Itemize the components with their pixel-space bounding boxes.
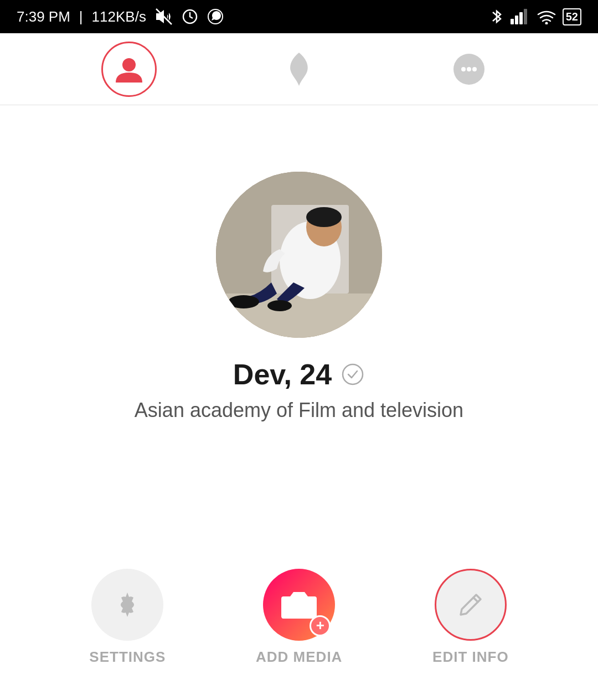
svg-line-25 <box>473 598 478 602</box>
nav-flame[interactable] <box>271 42 327 97</box>
bluetooth-icon <box>489 8 504 25</box>
svg-point-24 <box>294 603 304 612</box>
svg-point-12 <box>472 67 477 71</box>
action-bar: SETTINGS + ADD MEDIA EDIT INFO <box>0 556 598 700</box>
mute-icon <box>155 8 173 25</box>
battery-value: 52 <box>566 11 578 23</box>
edit-info-item[interactable]: EDIT INFO <box>432 569 509 666</box>
svg-point-19 <box>228 295 259 308</box>
nav-chat[interactable] <box>441 42 497 97</box>
add-media-item[interactable]: + ADD MEDIA <box>256 569 342 666</box>
add-media-circle[interactable]: + <box>263 569 335 641</box>
add-media-label: ADD MEDIA <box>256 648 342 666</box>
signal-icon <box>511 9 530 24</box>
add-plus-icon: + <box>310 615 331 636</box>
svg-rect-6 <box>524 9 527 24</box>
status-bar: 7:39 PM | 112KB/s <box>0 0 598 33</box>
settings-label: SETTINGS <box>89 648 166 666</box>
profile-name-row: Dev, 24 <box>233 358 365 391</box>
edit-info-label: EDIT INFO <box>432 648 509 666</box>
whatsapp-icon <box>207 8 224 25</box>
network-speed-value: 112KB/s <box>92 8 146 25</box>
settings-item[interactable]: SETTINGS <box>89 569 166 666</box>
network-speed: | <box>79 8 83 25</box>
svg-rect-5 <box>519 12 523 24</box>
settings-circle[interactable] <box>91 569 163 641</box>
avatar-image <box>216 172 382 338</box>
clock-icon <box>182 8 198 25</box>
profile-section: Dev, 24 Asian academy of Film and televi… <box>0 172 598 422</box>
profile-icon <box>112 53 146 86</box>
nav-bar <box>0 33 598 105</box>
svg-point-18 <box>306 207 342 227</box>
camera-icon <box>280 589 318 621</box>
avatar-figure <box>216 172 382 338</box>
profile-avatar[interactable] <box>216 172 382 338</box>
nav-profile[interactable] <box>101 42 157 97</box>
svg-point-8 <box>122 58 136 71</box>
svg-point-11 <box>467 67 471 71</box>
svg-rect-3 <box>511 19 514 24</box>
battery-indicator: 52 <box>563 8 581 25</box>
profile-school: Asian academy of Film and television <box>135 399 463 422</box>
time: 7:39 PM <box>17 8 70 25</box>
chat-icon <box>451 52 487 87</box>
svg-point-21 <box>343 364 363 384</box>
settings-icon <box>111 588 144 621</box>
svg-point-20 <box>267 300 292 311</box>
edit-icon <box>455 589 486 620</box>
svg-point-7 <box>545 22 548 25</box>
verified-icon <box>341 362 365 387</box>
profile-name: Dev, 24 <box>233 358 332 391</box>
edit-info-circle[interactable] <box>435 569 507 641</box>
svg-rect-4 <box>515 16 518 24</box>
svg-point-10 <box>461 67 466 71</box>
status-right: 52 <box>489 8 581 25</box>
status-left: 7:39 PM | 112KB/s <box>17 8 224 25</box>
wifi-icon <box>537 9 556 24</box>
flame-icon <box>282 50 316 89</box>
